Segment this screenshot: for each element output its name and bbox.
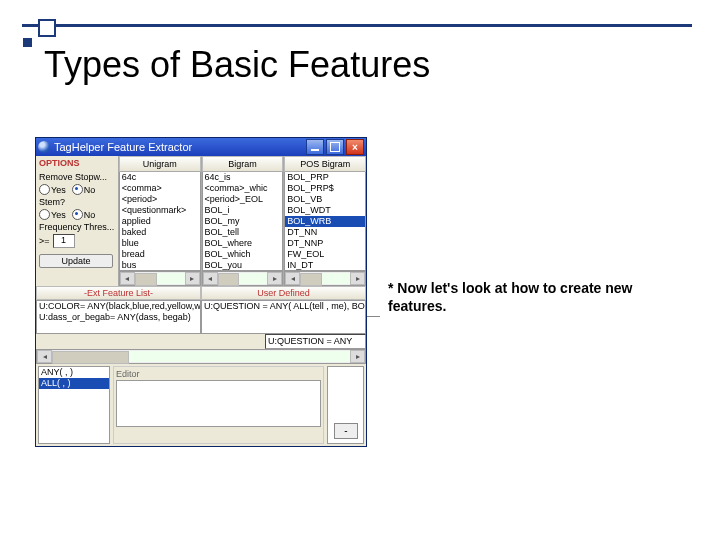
list-item[interactable]: <period>_EOL: [203, 194, 283, 205]
maximize-button[interactable]: [326, 139, 344, 155]
user-defined-list[interactable]: U:QUESTION = ANY( ALL(tell , me), BOL_: [201, 300, 366, 334]
list-item[interactable]: <comma>: [120, 183, 200, 194]
bigram-header[interactable]: Bigram: [202, 156, 284, 172]
list-item[interactable]: U:dass_or_begab= ANY(dass, begab): [37, 312, 200, 323]
list-item[interactable]: 64c: [120, 172, 200, 183]
app-window: TagHelper Feature Extractor × OPTIONS Re…: [35, 137, 367, 447]
unigram-scrollbar[interactable]: ◂▸: [119, 271, 201, 286]
list-item[interactable]: FW_EOL: [285, 249, 365, 260]
list-item[interactable]: IN_DT: [285, 260, 365, 271]
list-item[interactable]: blue: [120, 238, 200, 249]
minimize-button[interactable]: [306, 139, 324, 155]
right-panel: -: [327, 366, 364, 444]
list-item[interactable]: applied: [120, 216, 200, 227]
options-panel: OPTIONS Remove Stopw... Yes No Stem? Yes…: [36, 156, 118, 286]
list-item[interactable]: ALL( , ): [39, 378, 109, 389]
list-item[interactable]: BOL_you: [203, 260, 283, 271]
slide-accent-square-outline: [38, 19, 56, 37]
posbigram-column: POS Bigram BOL_PRPBOL_PRP$BOL_VBBOL_WDTB…: [283, 156, 366, 286]
user-defined-header[interactable]: User Defined: [201, 286, 366, 300]
mid-scrollbar[interactable]: ◂▸: [36, 349, 366, 364]
posbigram-header[interactable]: POS Bigram: [284, 156, 366, 172]
feature-entry-input[interactable]: U:QUESTION = ANY: [265, 334, 366, 349]
list-item[interactable]: 64c_is: [203, 172, 283, 183]
editor-textarea[interactable]: [116, 380, 321, 427]
list-item[interactable]: ANY( , ): [39, 367, 109, 378]
list-item[interactable]: DT_NNP: [285, 238, 365, 249]
list-item[interactable]: BOL_PRP$: [285, 183, 365, 194]
unigram-column: Unigram 64c<comma><period><questionmark>…: [118, 156, 201, 286]
bigram-scrollbar[interactable]: ◂▸: [202, 271, 284, 286]
editor-label: Editor: [116, 369, 321, 379]
list-item[interactable]: U:COLOR= ANY(black,blue,red,yellow,w: [37, 301, 200, 312]
bigram-list[interactable]: 64c_is<comma>_whic<period>_EOLBOL_iBOL_m…: [202, 172, 284, 271]
update-button[interactable]: Update: [39, 254, 113, 268]
app-icon: [38, 141, 50, 153]
list-item[interactable]: DT_NN: [285, 227, 365, 238]
list-item[interactable]: bus: [120, 260, 200, 271]
list-item[interactable]: baked: [120, 227, 200, 238]
list-item[interactable]: <comma>_whic: [203, 183, 283, 194]
remove-stopwords-no-radio[interactable]: [72, 184, 83, 195]
list-item[interactable]: BOL_WDT: [285, 205, 365, 216]
titlebar[interactable]: TagHelper Feature Extractor ×: [36, 138, 366, 156]
window-title: TagHelper Feature Extractor: [54, 141, 304, 153]
remove-button[interactable]: -: [334, 423, 358, 439]
freq-threshold-label: Frequency Thres...: [39, 222, 115, 232]
slide-accent-square-fill: [23, 38, 32, 47]
slide-divider: [22, 24, 692, 27]
list-item[interactable]: BOL_i: [203, 205, 283, 216]
slide-title: Types of Basic Features: [44, 44, 430, 86]
slide-caption: * Now let's look at how to create new fe…: [388, 280, 690, 315]
list-item[interactable]: BOL_my: [203, 216, 283, 227]
stem-yes-radio[interactable]: [39, 209, 50, 220]
list-item[interactable]: U:QUESTION = ANY( ALL(tell , me), BOL_: [202, 301, 365, 312]
list-item[interactable]: BOL_WRB: [285, 216, 365, 227]
ext-feature-list-header[interactable]: -Ext Feature List-: [36, 286, 201, 300]
bigram-column: Bigram 64c_is<comma>_whic<period>_EOLBOL…: [201, 156, 284, 286]
list-item[interactable]: BOL_PRP: [285, 172, 365, 183]
options-heading: OPTIONS: [39, 158, 115, 168]
ext-feature-list[interactable]: U:COLOR= ANY(black,blue,red,yellow,wU:da…: [36, 300, 201, 334]
remove-stopwords-yes-radio[interactable]: [39, 184, 50, 195]
stem-no-radio[interactable]: [72, 209, 83, 220]
stem-label: Stem?: [39, 197, 115, 207]
unigram-list[interactable]: 64c<comma><period><questionmark>appliedb…: [119, 172, 201, 271]
list-item[interactable]: BOL_which: [203, 249, 283, 260]
list-item[interactable]: <questionmark>: [120, 205, 200, 216]
list-item[interactable]: BOL_VB: [285, 194, 365, 205]
list-item[interactable]: bread: [120, 249, 200, 260]
list-item[interactable]: <period>: [120, 194, 200, 205]
remove-stopwords-label: Remove Stopw...: [39, 172, 115, 182]
posbigram-list[interactable]: BOL_PRPBOL_PRP$BOL_VBBOL_WDTBOL_WRBDT_NN…: [284, 172, 366, 271]
list-item[interactable]: BOL_tell: [203, 227, 283, 238]
editor-panel: Editor: [113, 366, 324, 444]
list-item[interactable]: BOL_where: [203, 238, 283, 249]
unigram-header[interactable]: Unigram: [119, 156, 201, 172]
close-button[interactable]: ×: [346, 139, 364, 155]
freq-threshold-input[interactable]: 1: [53, 234, 75, 248]
freq-threshold-op: >=: [39, 236, 50, 246]
posbigram-scrollbar[interactable]: ◂▸: [284, 271, 366, 286]
function-list[interactable]: ANY( , )ALL( , ): [38, 366, 110, 444]
